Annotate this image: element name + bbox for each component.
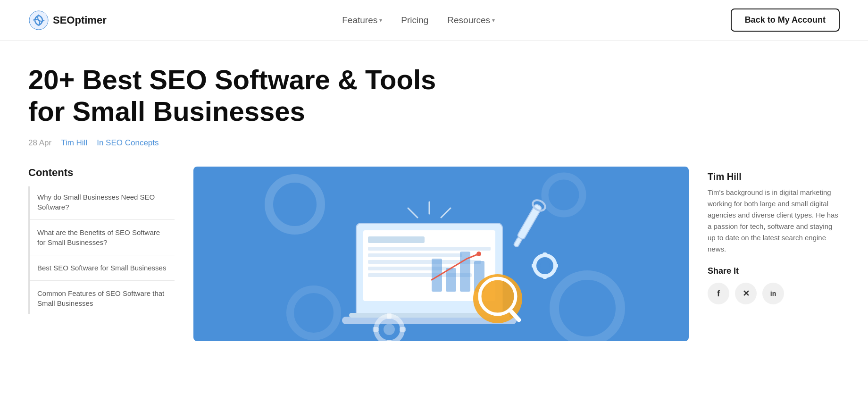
svg-line-34 (441, 208, 451, 218)
toc-divider-2 (30, 255, 175, 255)
resources-chevron-icon: ▾ (492, 17, 495, 24)
svg-rect-39 (373, 327, 379, 332)
logo[interactable]: SEOptimer (28, 10, 107, 31)
logo-text: SEOptimer (53, 14, 107, 26)
linkedin-icon: in (770, 290, 776, 297)
toc-item-1[interactable]: Why do Small Businesses Need SEO Softwar… (28, 186, 175, 218)
hero-illustration (193, 167, 689, 341)
svg-rect-9 (368, 236, 425, 243)
svg-point-27 (540, 261, 550, 270)
toc-item-4[interactable]: Common Features of SEO Software that Sma… (28, 283, 175, 314)
share-linkedin-button[interactable]: in (762, 283, 784, 304)
toc-divider-3 (30, 280, 175, 281)
article-title: 20+ Best SEO Software & Tools for Small … (28, 64, 453, 127)
share-facebook-button[interactable]: f (708, 283, 729, 304)
share-twitter-button[interactable]: ✕ (735, 283, 757, 304)
article-date: 28 Apr (28, 138, 51, 148)
svg-rect-16 (446, 268, 456, 292)
back-to-account-button[interactable]: Back to My Account (731, 8, 840, 32)
twitter-x-icon: ✕ (743, 288, 750, 299)
svg-rect-30 (532, 264, 536, 268)
article-category[interactable]: In SEO Concepts (97, 138, 159, 148)
svg-rect-29 (543, 274, 547, 279)
toc-sidebar: Contents Why do Small Businesses Need SE… (28, 167, 175, 314)
article-author[interactable]: Tim Hill (61, 138, 87, 148)
nav-resources[interactable]: Resources ▾ (447, 15, 495, 25)
svg-point-3 (545, 176, 583, 214)
author-bio: Tim's background is in digital marketing… (708, 187, 840, 255)
svg-point-2 (554, 275, 620, 341)
features-chevron-icon: ▾ (379, 17, 382, 24)
svg-rect-10 (368, 247, 491, 251)
share-title: Share It (708, 266, 840, 276)
toc-item-2[interactable]: What are the Benefits of SEO Software fo… (28, 222, 175, 253)
author-sidebar: Tim Hill Tim's background is in digital … (708, 167, 840, 304)
svg-rect-23 (517, 204, 542, 240)
svg-point-19 (476, 252, 481, 256)
svg-point-36 (384, 324, 395, 335)
svg-rect-11 (368, 253, 462, 257)
svg-point-4 (290, 289, 337, 336)
svg-rect-25 (513, 237, 522, 248)
article-meta: 28 Apr Tim Hill In SEO Concepts (28, 138, 840, 148)
toc-divider-1 (30, 219, 175, 220)
svg-line-33 (408, 208, 417, 218)
main-nav: Features ▾ Pricing Resources ▾ (342, 15, 495, 25)
hero-image (193, 167, 689, 341)
nav-features[interactable]: Features ▾ (342, 15, 382, 25)
header: SEOptimer Features ▾ Pricing Resources ▾… (0, 0, 868, 41)
toc-title: Contents (28, 167, 175, 179)
logo-icon (28, 10, 49, 31)
svg-rect-37 (387, 313, 392, 319)
toc-item-3[interactable]: Best SEO Software for Small Businesses (28, 257, 175, 278)
nav-pricing[interactable]: Pricing (401, 15, 428, 25)
toc-list: Why do Small Businesses Need SEO Softwar… (28, 186, 175, 314)
facebook-icon: f (717, 289, 720, 299)
svg-rect-40 (400, 327, 406, 332)
author-name: Tim Hill (708, 171, 840, 182)
content-layout: Contents Why do Small Businesses Need SE… (28, 167, 840, 341)
svg-rect-31 (553, 264, 558, 268)
main-content: 20+ Best SEO Software & Tools for Small … (0, 41, 868, 341)
svg-rect-38 (387, 340, 392, 341)
share-buttons: f ✕ in (708, 283, 840, 304)
svg-point-1 (269, 178, 321, 230)
svg-rect-28 (543, 252, 547, 257)
